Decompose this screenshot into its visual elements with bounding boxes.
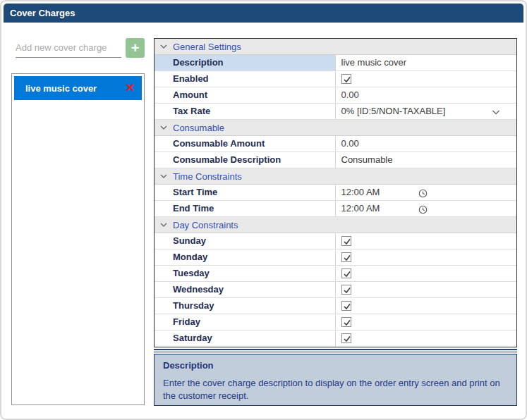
property-label[interactable]: End Time — [155, 201, 336, 216]
value-text: 12:00 AM — [341, 187, 380, 197]
property-row-amount: Amount0.00 — [155, 87, 516, 104]
property-row-sunday: Sunday — [155, 233, 516, 249]
property-label[interactable]: Thursday — [155, 298, 336, 314]
property-value[interactable] — [336, 266, 517, 281]
property-label[interactable]: Description — [155, 55, 336, 70]
property-value[interactable]: Consumable — [336, 152, 517, 168]
property-row-thursday: Thursday — [155, 298, 516, 314]
checkbox[interactable] — [341, 236, 351, 246]
property-row-friday: Friday — [155, 314, 516, 331]
section-header-consumable[interactable]: Consumable — [155, 120, 516, 136]
checkbox[interactable] — [341, 252, 351, 262]
property-label[interactable]: Start Time — [155, 185, 336, 200]
value-text: Consumable — [341, 154, 393, 165]
property-label[interactable]: Tax Rate — [155, 104, 336, 119]
checkbox[interactable] — [341, 74, 351, 84]
property-row-consumable-description: Consumable DescriptionConsumable — [155, 152, 516, 168]
property-label[interactable]: Enabled — [155, 71, 336, 87]
property-value[interactable] — [336, 249, 517, 265]
help-panel: Description Enter the cover charge descr… — [154, 354, 517, 406]
property-label[interactable]: Wednesday — [155, 282, 336, 297]
cover-charge-list[interactable]: live music cover✕ — [11, 73, 145, 405]
property-row-tuesday: Tuesday — [155, 266, 516, 282]
property-label[interactable]: Saturday — [155, 331, 336, 347]
chevron-down-icon — [155, 171, 173, 183]
settings-panel: General SettingsDescriptionlive music co… — [154, 38, 517, 405]
list-item-label: live music cover — [25, 83, 126, 94]
property-row-wednesday: Wednesday — [155, 282, 516, 298]
checkbox[interactable] — [341, 301, 351, 311]
property-value[interactable]: 0.00 — [336, 87, 517, 103]
cover-charges-window: Cover Charges + live music cover✕ Genera… — [0, 0, 527, 420]
clock-icon[interactable] — [418, 204, 428, 219]
chevron-down-icon — [155, 122, 173, 134]
checkbox[interactable] — [341, 268, 351, 278]
section-header-time-constraints[interactable]: Time Constraints — [155, 168, 516, 185]
property-row-saturday: Saturday — [155, 331, 516, 347]
property-value[interactable] — [336, 331, 517, 347]
section-title: Consumable — [173, 123, 224, 133]
property-row-end-time: End Time12:00 AM — [155, 201, 516, 217]
property-value[interactable] — [336, 298, 517, 314]
section-title: Time Constraints — [173, 171, 242, 182]
value-text: 0.00 — [341, 89, 359, 100]
property-row-description: Descriptionlive music cover — [155, 55, 516, 71]
help-text: Enter the cover charge description to di… — [163, 377, 508, 402]
value-text: 0.00 — [341, 138, 359, 149]
checkbox[interactable] — [341, 285, 351, 295]
property-row-tax-rate: Tax Rate0% [ID:5/NON-TAXABLE] — [155, 104, 516, 120]
add-cover-charge-row: + — [16, 38, 145, 58]
value-text: 0% [ID:5/NON-TAXABLE] — [341, 106, 446, 116]
section-title: Day Constraints — [173, 220, 238, 230]
section-header-day-constraints[interactable]: Day Constraints — [155, 217, 516, 233]
property-value[interactable] — [336, 233, 517, 249]
checkbox[interactable] — [341, 317, 351, 327]
value-text: live music cover — [341, 57, 406, 68]
property-value[interactable]: 12:00 AM — [336, 201, 517, 216]
help-title: Description — [163, 360, 508, 371]
panel-splitter[interactable] — [154, 349, 517, 352]
property-label[interactable]: Sunday — [155, 233, 336, 249]
property-label[interactable]: Tuesday — [155, 266, 336, 281]
chevron-down-icon — [155, 219, 173, 231]
property-value[interactable]: 0.00 — [336, 136, 517, 152]
window-title: Cover Charges — [4, 4, 523, 23]
plus-icon[interactable]: + — [126, 38, 145, 58]
property-grid: General SettingsDescriptionlive music co… — [154, 38, 517, 347]
list-item-live-music-cover[interactable]: live music cover✕ — [14, 76, 142, 100]
property-row-monday: Monday — [155, 249, 516, 266]
property-value[interactable]: live music cover — [336, 55, 517, 70]
property-row-consumable-amount: Consumable Amount0.00 — [155, 136, 516, 152]
checkbox[interactable] — [341, 333, 351, 343]
section-title: General Settings — [173, 42, 241, 52]
property-label[interactable]: Consumable Amount — [155, 136, 336, 152]
close-icon[interactable]: ✕ — [126, 82, 135, 94]
chevron-down-icon[interactable] — [491, 106, 501, 122]
property-label[interactable]: Consumable Description — [155, 152, 336, 168]
chevron-down-icon — [155, 41, 173, 53]
property-label[interactable]: Monday — [155, 249, 336, 265]
property-value[interactable] — [336, 314, 517, 330]
property-value[interactable]: 12:00 AM — [336, 185, 517, 200]
property-row-start-time: Start Time12:00 AM — [155, 185, 516, 201]
property-row-enabled: Enabled — [155, 71, 516, 87]
property-value[interactable]: 0% [ID:5/NON-TAXABLE] — [336, 104, 517, 119]
property-value[interactable] — [336, 71, 517, 87]
section-header-general-settings[interactable]: General Settings — [155, 39, 516, 55]
value-text: 12:00 AM — [341, 203, 380, 214]
property-label[interactable]: Amount — [155, 87, 336, 103]
property-value[interactable] — [336, 282, 517, 297]
add-cover-charge-input[interactable] — [16, 38, 121, 58]
property-label[interactable]: Friday — [155, 314, 336, 330]
